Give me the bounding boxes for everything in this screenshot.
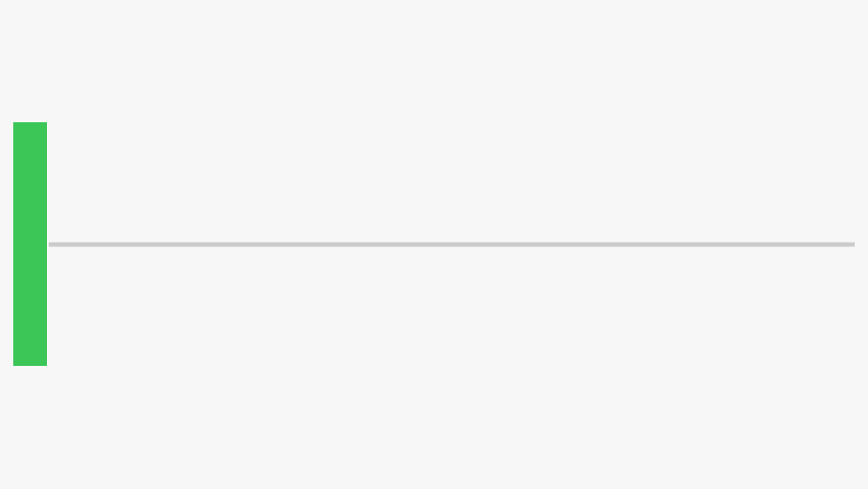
slider-track [49,242,855,246]
slider-handle[interactable] [13,122,47,366]
slider[interactable] [13,122,855,366]
